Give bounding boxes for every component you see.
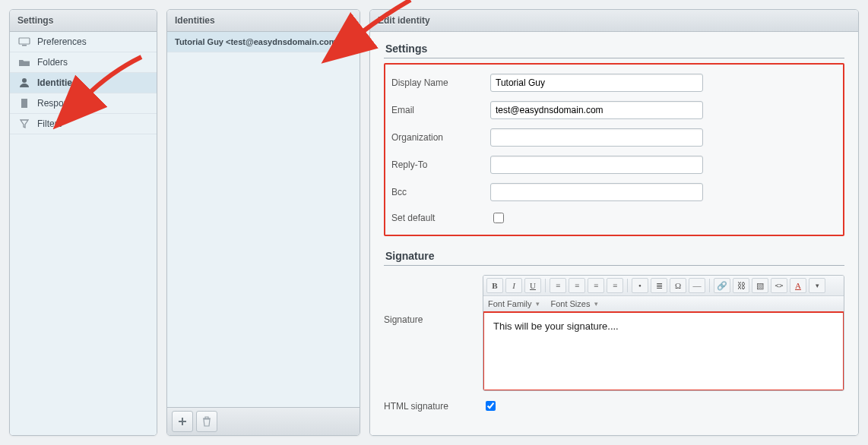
html-signature-label: HTML signature [384, 401, 483, 412]
email-label: Email [391, 105, 490, 115]
align-left-button[interactable]: ≡ [550, 278, 566, 293]
settings-list: Preferences Folders Identities [10, 32, 157, 134]
sidebar-item-folders[interactable]: Folders [10, 52, 157, 73]
font-sizes-dropdown[interactable]: Font Sizes ▾ [550, 299, 598, 308]
sidebar-item-label: Responses [37, 98, 149, 109]
folder-icon [17, 57, 31, 68]
align-justify-button[interactable]: ≡ [607, 278, 623, 293]
sidebar-item-label: Folders [37, 57, 149, 68]
editor-toolbar-row1: B I U ≡ ≡ ≡ ≡ • ≣ Ω — 🔗 [483, 276, 844, 296]
identity-list: Tutorial Guy <test@easydnsdomain.com> [167, 32, 360, 407]
email-field[interactable] [490, 101, 703, 119]
replyto-field[interactable] [490, 156, 703, 174]
editor-toolbar-row2: Font Family ▾ Font Sizes ▾ [483, 296, 844, 312]
sidebar-item-responses[interactable]: Responses [10, 93, 157, 114]
replyto-label: Reply-To [391, 159, 490, 170]
italic-button[interactable]: I [505, 278, 522, 293]
setdefault-label: Set default [391, 213, 490, 223]
settings-header: Settings [10, 10, 157, 32]
identities-header: Identities [167, 10, 360, 32]
signature-editor: B I U ≡ ≡ ≡ ≡ • ≣ Ω — 🔗 [483, 275, 844, 391]
row-organization: Organization [391, 124, 837, 151]
unlink-button[interactable]: ⛓ [733, 278, 749, 293]
section-signature-title: Signature [384, 239, 844, 266]
settings-form-highlight: Display Name Email Organization Reply-To… [384, 63, 844, 236]
document-icon [17, 98, 31, 109]
row-display-name: Display Name [391, 69, 837, 96]
row-html-signature: HTML signature [384, 391, 844, 413]
hr-button[interactable]: — [689, 278, 705, 293]
bcc-label: Bcc [391, 187, 490, 197]
identity-item-label: Tutorial Guy <test@easydnsdomain.com> [175, 37, 341, 46]
row-email: Email [391, 96, 837, 124]
filter-icon [17, 118, 31, 129]
sidebar-item-label: Identities [37, 77, 149, 88]
display-name-field[interactable] [490, 74, 703, 92]
svg-point-2 [22, 78, 27, 83]
sidebar-item-label: Preferences [37, 36, 149, 47]
plus-icon [177, 416, 188, 427]
special-char-button[interactable]: Ω [670, 278, 686, 293]
sidebar-item-filters[interactable]: Filters [10, 114, 157, 134]
sidebar-item-preferences[interactable]: Preferences [10, 32, 157, 52]
monitor-icon [17, 36, 31, 47]
bold-button[interactable]: B [486, 278, 503, 293]
setdefault-checkbox[interactable] [493, 213, 504, 223]
organization-label: Organization [391, 132, 490, 143]
more-button[interactable]: ▾ [809, 278, 825, 293]
bullet-list-button[interactable]: • [632, 278, 648, 293]
caret-down-icon: ▾ [816, 282, 819, 289]
sidebar-item-label: Filters [37, 118, 149, 129]
caret-down-icon: ▾ [536, 300, 540, 308]
sidebar-item-identities[interactable]: Identities [10, 73, 157, 93]
edit-identity-panel: Edit identity Settings Display Name Emai… [369, 9, 859, 436]
user-icon [17, 77, 31, 88]
bcc-field[interactable] [490, 183, 703, 201]
section-settings-title: Settings [384, 32, 844, 58]
link-button[interactable]: 🔗 [714, 278, 730, 293]
svg-rect-1 [22, 45, 27, 46]
caret-down-icon: ▾ [594, 300, 598, 308]
text-color-button[interactable]: A [790, 278, 806, 293]
organization-field[interactable] [490, 128, 703, 147]
font-family-dropdown[interactable]: Font Family ▾ [488, 299, 540, 308]
identities-toolbar [167, 407, 360, 435]
display-name-label: Display Name [391, 77, 490, 88]
identities-panel: Identities Tutorial Guy <test@easydnsdom… [166, 9, 360, 436]
svg-rect-3 [21, 99, 27, 108]
delete-identity-button[interactable] [196, 411, 217, 432]
html-signature-checkbox[interactable] [486, 401, 496, 411]
number-list-button[interactable]: ≣ [651, 278, 667, 293]
align-center-button[interactable]: ≡ [569, 278, 585, 293]
svg-rect-0 [19, 38, 30, 44]
row-replyto: Reply-To [391, 151, 837, 178]
row-setdefault: Set default [391, 206, 837, 230]
align-right-button[interactable]: ≡ [588, 278, 604, 293]
settings-sidebar: Settings Preferences Folders [9, 9, 157, 436]
image-button[interactable]: ▧ [752, 278, 768, 293]
identity-item[interactable]: Tutorial Guy <test@easydnsdomain.com> [167, 32, 360, 52]
code-button[interactable]: <> [771, 278, 787, 293]
signature-label: Signature [384, 275, 483, 325]
signature-content[interactable]: This will be your signature.... [483, 311, 844, 391]
add-identity-button[interactable] [172, 411, 193, 432]
edit-identity-header: Edit identity [370, 10, 858, 32]
underline-button[interactable]: U [524, 278, 541, 293]
row-bcc: Bcc [391, 178, 837, 206]
trash-icon [202, 416, 211, 427]
